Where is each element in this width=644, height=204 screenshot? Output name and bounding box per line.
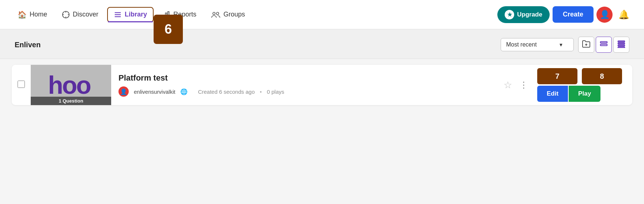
avatar-icon: 👤 [600, 10, 610, 19]
nav-item-library[interactable]: Library [107, 7, 154, 22]
author-avatar-icon: 👤 [120, 88, 127, 95]
list-view-icon [600, 40, 608, 50]
library-section-title: Enliven [15, 41, 41, 49]
svg-rect-18 [618, 43, 625, 44]
sort-caret-icon: ▼ [559, 42, 564, 48]
avatar[interactable]: 👤 [596, 7, 613, 23]
svg-rect-16 [600, 44, 607, 45]
created-time: Created 6 seconds ago [198, 89, 255, 95]
subheader: Enliven Most recent ▼ [0, 29, 644, 59]
upgrade-label: Upgrade [517, 11, 542, 18]
nav-home-label: Home [30, 11, 47, 18]
nav-discover-label: Discover [73, 11, 98, 18]
main-content: hoo 1 Question Platform test 👤 enlivensu… [0, 59, 644, 111]
nav-item-home[interactable]: 🏠 Home [12, 7, 53, 22]
nav-groups-label: Groups [223, 11, 245, 18]
more-icon: ⋮ [519, 80, 528, 90]
svg-rect-20 [618, 47, 625, 48]
svg-rect-15 [600, 41, 607, 43]
thumbnail-text: hoo [48, 73, 90, 97]
favorite-button[interactable]: ☆ [502, 78, 513, 92]
folder-plus-icon [582, 40, 591, 50]
sort-label: Most recent [506, 41, 537, 48]
navbar: 🏠 Home Discover Library [0, 0, 644, 29]
author-username: enlivensurvivalkit [134, 89, 175, 95]
upgrade-star-icon: ★ [505, 10, 514, 19]
groups-icon [211, 11, 221, 19]
svg-rect-19 [618, 45, 625, 46]
card-select-checkbox-wrapper [12, 81, 31, 89]
nav-item-discover[interactable]: Discover [56, 8, 104, 22]
svg-point-11 [213, 12, 215, 15]
card-body: Platform test 👤 enlivensurvivalkit 🌐 Cre… [111, 68, 502, 102]
card-actions: ☆ ⋮ 7 8 Edit [502, 68, 632, 102]
nav-item-groups[interactable]: Groups [205, 8, 251, 22]
compact-view-button[interactable] [613, 37, 629, 53]
create-button[interactable]: Create [553, 6, 594, 23]
plays-count: 0 plays [267, 89, 285, 95]
compact-view-icon [617, 40, 625, 50]
quiz-card: hoo 1 Question Platform test 👤 enlivensu… [12, 65, 632, 105]
card-meta: 👤 enlivensurvivalkit 🌐 Created 6 seconds… [118, 86, 495, 97]
notification-bell-button[interactable]: 🔔 [615, 8, 632, 21]
edit-button[interactable]: Edit [537, 86, 568, 102]
new-folder-button[interactable] [578, 37, 594, 53]
author-avatar: 👤 [118, 86, 129, 97]
list-icon [114, 11, 122, 19]
step-badge-8: 8 [582, 68, 622, 84]
question-count-badge: 1 Question [31, 97, 111, 105]
play-button[interactable]: Play [569, 86, 600, 102]
nav-library-label: Library [125, 11, 147, 18]
globe-icon: 🌐 [180, 88, 188, 95]
compass-icon [62, 11, 70, 19]
star-icon: ☆ [504, 79, 512, 90]
svg-rect-17 [618, 41, 625, 42]
svg-point-12 [216, 12, 219, 15]
view-controls [578, 37, 629, 53]
card-thumbnail: hoo 1 Question [31, 65, 111, 105]
meta-dot: • [260, 89, 262, 95]
bell-icon: 🔔 [618, 10, 629, 19]
home-icon: 🏠 [18, 10, 27, 19]
card-select-checkbox[interactable] [18, 81, 25, 88]
upgrade-button[interactable]: ★ Upgrade [497, 6, 550, 23]
more-options-button[interactable]: ⋮ [516, 78, 531, 92]
library-underline [108, 21, 153, 22]
quiz-title: Platform test [118, 73, 495, 83]
step-badge-7: 7 [537, 68, 577, 84]
create-label: Create [563, 11, 583, 18]
list-view-button[interactable] [596, 37, 612, 53]
sort-dropdown[interactable]: Most recent ▼ [501, 38, 574, 51]
step-badge-6: 6 [154, 15, 183, 44]
